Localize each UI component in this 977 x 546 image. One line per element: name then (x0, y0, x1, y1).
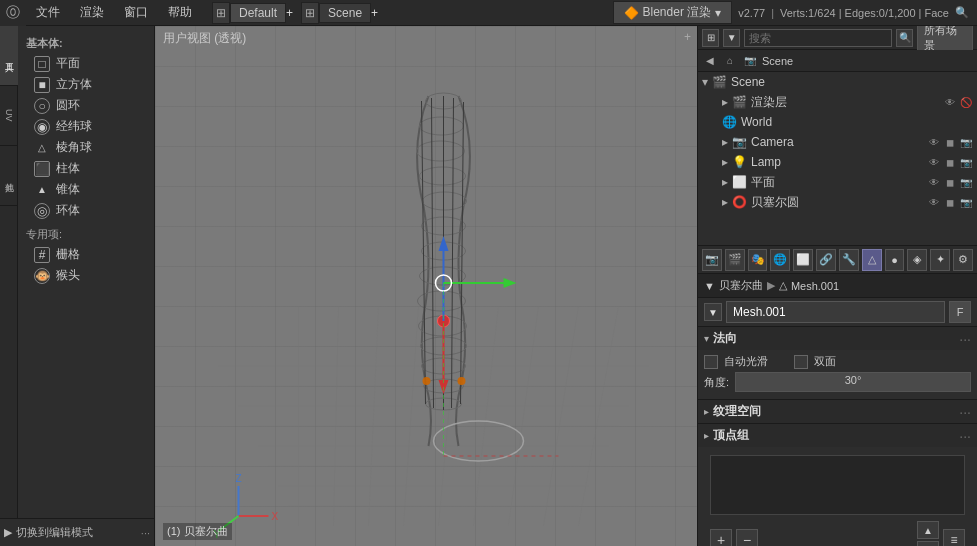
viewport-close-button[interactable]: + (684, 30, 691, 44)
render-bezier-icon[interactable]: 📷 (959, 195, 973, 209)
section-texture-space-header[interactable]: ▸ 纹理空间 ··· (698, 400, 977, 423)
sidebar-item-monkey[interactable]: 🐵 猴头 (18, 265, 154, 286)
vgroup-buttons: + − ▲ ▼ ≡ (704, 519, 971, 546)
scene-props-btn[interactable]: 🎭 (748, 249, 768, 271)
restrict-camera-icon[interactable]: ◼ (943, 135, 957, 149)
physics-props-btn[interactable]: ⚙ (953, 249, 973, 271)
sidebar-item-grid[interactable]: # 栅格 (18, 244, 154, 265)
restrict-icon[interactable]: 🚫 (959, 95, 973, 109)
engine-selector[interactable]: 🔶 Blender 渲染 ▾ (613, 1, 733, 24)
tree-item-scene[interactable]: ▾ 🎬 Scene (698, 72, 977, 92)
sidebar-item-torus[interactable]: ◎ 环体 (18, 200, 154, 221)
texture-props-btn[interactable]: ◈ (907, 249, 927, 271)
double-sided-checkbox[interactable] (794, 355, 808, 369)
menu-render[interactable]: 渲染 (70, 0, 114, 25)
render-plane-icon[interactable]: 📷 (959, 175, 973, 189)
restrict-plane-icon[interactable]: ◼ (943, 175, 957, 189)
switch-edit-mode-button[interactable]: ▶ 切换到编辑模式 ··· (0, 518, 154, 546)
props-filter-btn[interactable]: ▼ (704, 303, 722, 321)
auto-smooth-checkbox[interactable] (704, 355, 718, 369)
vtab-other[interactable]: 其他 (0, 146, 18, 206)
torus-label: 环体 (56, 202, 80, 219)
grid-icon: # (34, 247, 50, 263)
vtab-uv[interactable]: UV (0, 86, 18, 146)
outliner-header: ⊞ ▼ 🔍 所有场景 (698, 26, 977, 50)
eye-plane-icon[interactable]: 👁 (927, 175, 941, 189)
constraint-props-btn[interactable]: 🔗 (816, 249, 836, 271)
outliner-view-icon[interactable]: ⊞ (702, 29, 719, 47)
properties-panel: 📷 🎬 🎭 🌐 ⬜ 🔗 🔧 △ ● ◈ ✦ ⚙ ▼ 贝塞尔曲 ▶ △ Mesh.… (698, 246, 977, 546)
breadcrumb-item-1[interactable]: 贝塞尔曲 (719, 278, 763, 293)
vertex-group-list[interactable] (710, 455, 965, 515)
add-vgroup-btn[interactable]: + (710, 529, 732, 546)
sidebar-item-circle[interactable]: ○ 圆环 (18, 95, 154, 116)
menu-help[interactable]: 帮助 (158, 0, 202, 25)
props-toolbar: 📷 🎬 🎭 🌐 ⬜ 🔗 🔧 △ ● ◈ ✦ ⚙ (698, 246, 977, 274)
sidebar-item-cone[interactable]: ▲ 锥体 (18, 179, 154, 200)
section-vertex-groups-header[interactable]: ▸ 顶点组 ··· (698, 424, 977, 447)
viewport[interactable]: 用户视图 (透视) (155, 26, 697, 546)
camera-props-btn[interactable]: 📷 (702, 249, 722, 271)
angle-field[interactable]: 30° (735, 372, 971, 392)
outliner-panel: ⊞ ▼ 🔍 所有场景 ◀ ⌂ 📷 Scene ▾ 🎬 Scene (698, 26, 977, 246)
uvsphere-icon: ◉ (34, 119, 50, 135)
tab-default[interactable]: Default (230, 3, 286, 23)
tree-item-lamp[interactable]: ▸ 💡 Lamp 👁 ◼ 📷 (698, 152, 977, 172)
render-camera-icon[interactable]: 📷 (959, 135, 973, 149)
object-name-input[interactable] (726, 301, 945, 323)
icosphere-icon: △ (34, 140, 50, 156)
sidebar-item-cube[interactable]: ■ 立方体 (18, 74, 154, 95)
sidebar-item-uvsphere[interactable]: ◉ 经纬球 (18, 116, 154, 137)
engine-icon: 🔶 (624, 6, 639, 20)
nav-home-icon[interactable]: ⌂ (722, 53, 738, 69)
render-lamp-icon[interactable]: 📷 (959, 155, 973, 169)
tab-add-default[interactable]: + (286, 6, 293, 20)
render-layer-btn[interactable]: 🎬 (725, 249, 745, 271)
section-normals-header[interactable]: ▾ 法向 ··· (698, 327, 977, 350)
cube-icon: ■ (34, 77, 50, 93)
material-props-btn[interactable]: ● (885, 249, 905, 271)
tree-item-camera[interactable]: ▸ 📷 Camera 👁 ◼ 📷 (698, 132, 977, 152)
props-breadcrumb: ▼ 贝塞尔曲 ▶ △ Mesh.001 (698, 274, 977, 298)
menu-file[interactable]: 文件 (26, 0, 70, 25)
camera-icon: 📷 (732, 135, 747, 149)
layout-icon[interactable]: ⊞ (212, 2, 230, 24)
sidebar-item-cylinder[interactable]: ⬛ 柱体 (18, 158, 154, 179)
sidebar-item-icosphere[interactable]: △ 棱角球 (18, 137, 154, 158)
breadcrumb-item-2[interactable]: Mesh.001 (791, 280, 839, 292)
data-props-btn[interactable]: △ (862, 249, 882, 271)
vgroup-up-btn[interactable]: ▲ (917, 521, 939, 539)
remove-vgroup-btn[interactable]: − (736, 529, 758, 546)
eye-bezier-icon[interactable]: 👁 (927, 195, 941, 209)
vgroup-extra-btn[interactable]: ≡ (943, 529, 965, 546)
vgroup-expand-icon: ▸ (704, 430, 709, 441)
modifier-props-btn[interactable]: 🔧 (839, 249, 859, 271)
outliner-search-input[interactable] (744, 29, 892, 47)
restrict-bezier-icon[interactable]: ◼ (943, 195, 957, 209)
camera-visibility: 👁 ◼ 📷 (927, 135, 973, 149)
menu-window[interactable]: 窗口 (114, 0, 158, 25)
tree-item-bezier[interactable]: ▸ ⭕ 贝塞尔圆 👁 ◼ 📷 (698, 192, 977, 212)
tree-item-renderlayer[interactable]: ▸ 🎬 渲染层 👁 🚫 (698, 92, 977, 112)
vgroup-down-btn[interactable]: ▼ (917, 541, 939, 546)
nav-back-icon[interactable]: ◀ (702, 53, 718, 69)
sidebar-item-plane[interactable]: □ 平面 (18, 53, 154, 74)
object-props-btn[interactable]: ⬜ (793, 249, 813, 271)
tree-item-world[interactable]: 🌐 World (698, 112, 977, 132)
search-icon[interactable]: 🔍 (955, 6, 969, 19)
tree-item-plane[interactable]: ▸ ⬜ 平面 👁 ◼ 📷 (698, 172, 977, 192)
outliner-filter-icon[interactable]: ▼ (723, 29, 740, 47)
vtab-tools[interactable]: 工具 (0, 26, 18, 86)
nav-camera-icon[interactable]: 📷 (742, 53, 758, 69)
restrict-lamp-icon[interactable]: ◼ (943, 155, 957, 169)
fake-user-btn[interactable]: F (949, 301, 971, 323)
tab-add-scene[interactable]: + (371, 6, 378, 20)
outliner-search-icon[interactable]: 🔍 (896, 29, 913, 47)
eye-icon[interactable]: 👁 (943, 95, 957, 109)
eye-camera-icon[interactable]: 👁 (927, 135, 941, 149)
world-props-btn[interactable]: 🌐 (770, 249, 790, 271)
scene-layout-icon[interactable]: ⊞ (301, 2, 319, 24)
eye-lamp-icon[interactable]: 👁 (927, 155, 941, 169)
particles-props-btn[interactable]: ✦ (930, 249, 950, 271)
tab-scene[interactable]: Scene (319, 3, 371, 23)
